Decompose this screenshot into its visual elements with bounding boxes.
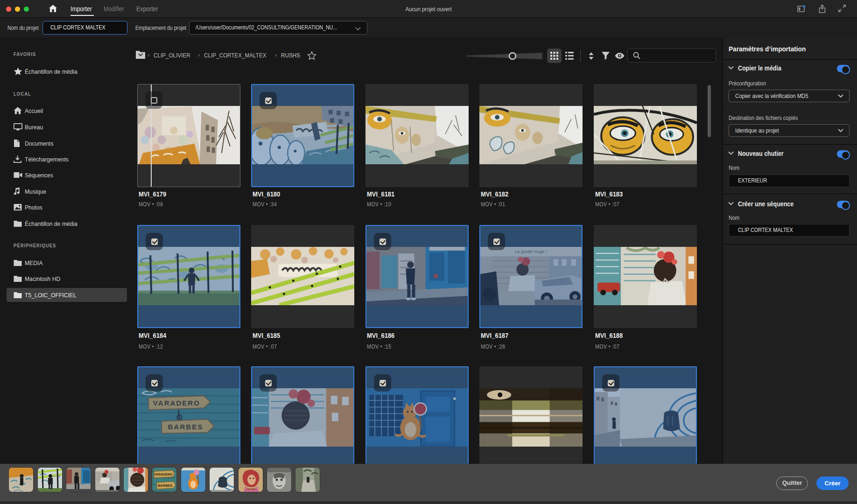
svg-text:VARADERO: VARADERO [154, 473, 173, 476]
svg-text:BARBES: BARBES [158, 483, 173, 488]
